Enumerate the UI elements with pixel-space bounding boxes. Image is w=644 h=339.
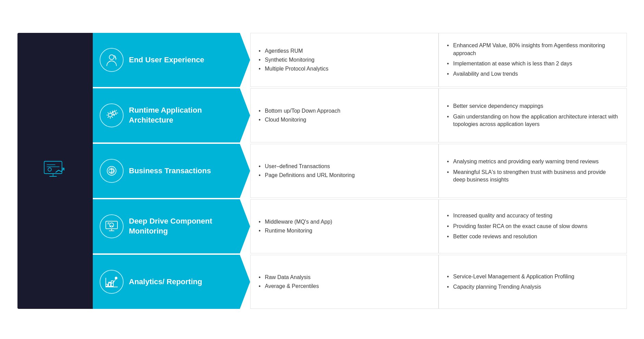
dimension-label-business: Business Transactions <box>129 166 211 176</box>
dimension-icon-analytics <box>100 270 124 294</box>
table-row-deepdrive: Deep Drive Component MonitoringMiddlewar… <box>93 199 627 253</box>
dimension-cell-deepdrive: Deep Drive Component Monitoring <box>93 199 250 253</box>
rows-container: End User ExperienceAgentless RUMSyntheti… <box>93 33 627 309</box>
svg-rect-0 <box>44 161 62 174</box>
focus-item: Synthetic Monitoring <box>259 55 430 64</box>
focus-item: Agentless RUM <box>259 47 430 55</box>
benefits-cell-business: Analysing metrics and providing early wa… <box>439 144 627 198</box>
svg-rect-11 <box>106 221 117 229</box>
benefit-item: Implementation at ease which is less tha… <box>447 59 618 69</box>
dimension-icon-deepdrive <box>100 214 124 238</box>
dimension-label-runtime: Runtime Application Architecture <box>129 105 243 125</box>
svg-point-7 <box>109 113 112 117</box>
focus-cell-analytics: Raw Data AnalysisAverage & Percentiles <box>250 255 439 309</box>
main-icon <box>40 155 71 186</box>
focus-item: Multiple Protocol Analytics <box>259 64 430 73</box>
table-row-business: Business TransactionsUser–defined Transa… <box>93 144 627 198</box>
focus-item: Bottom up/Top Down Approach <box>259 106 430 115</box>
focus-cell-runtime: Bottom up/Top Down ApproachCloud Monitor… <box>250 88 439 142</box>
focus-item: Page Definitions and URL Monitoring <box>259 171 430 180</box>
benefit-item: Analysing metrics and providing early wa… <box>447 156 618 167</box>
focus-item: Cloud Monitoring <box>259 115 430 124</box>
benefit-item: Meaningful SLA's to strengthen trust wit… <box>447 167 618 185</box>
dimension-label-deepdrive: Deep Drive Component Monitoring <box>129 216 243 236</box>
focus-item: Raw Data Analysis <box>259 273 430 282</box>
dimension-label-end-user: End User Experience <box>129 55 204 65</box>
dimension-cell-runtime: Runtime Application Architecture <box>93 88 250 142</box>
benefits-cell-runtime: Better service dependency mappingsGain u… <box>439 88 627 142</box>
dimension-cell-end-user: End User Experience <box>93 33 250 87</box>
table-body: End User ExperienceAgentless RUMSyntheti… <box>17 33 627 309</box>
table-row-end-user: End User ExperienceAgentless RUMSyntheti… <box>93 33 627 87</box>
svg-point-5 <box>48 168 51 171</box>
benefit-item: Gain understanding on how the applicatio… <box>447 112 618 130</box>
focus-cell-business: User–defined TransactionsPage Definition… <box>250 144 439 198</box>
svg-point-8 <box>113 112 116 114</box>
dimension-cell-business: Business Transactions <box>93 144 250 198</box>
main-container: End User ExperienceAgentless RUMSyntheti… <box>17 23 627 316</box>
focus-item: Runtime Monitoring <box>259 226 430 235</box>
benefits-cell-deepdrive: Increased quality and accuracy of testin… <box>439 199 627 253</box>
benefit-item: Availability and Low trends <box>447 69 618 79</box>
benefit-item: Increased quality and accuracy of testin… <box>447 211 618 221</box>
benefit-item: Capacity planning Trending Analysis <box>447 282 618 292</box>
focus-cell-end-user: Agentless RUMSynthetic MonitoringMultipl… <box>250 33 439 87</box>
svg-point-17 <box>115 277 117 279</box>
dimension-icon-business <box>100 159 124 183</box>
benefit-item: Enhanced APM Value, 80% insights from Ag… <box>447 40 618 59</box>
focus-cell-deepdrive: Middleware (MQ's and App)Runtime Monitor… <box>250 199 439 253</box>
benefit-item: Better code reviews and resolution <box>447 231 618 242</box>
dimension-cell-analytics: Analytics/ Reporting <box>93 255 250 309</box>
focus-item: User–defined Transactions <box>259 162 430 171</box>
benefits-cell-end-user: Enhanced APM Value, 80% insights from Ag… <box>439 33 627 87</box>
dimension-icon-end-user <box>100 48 124 72</box>
benefits-cell-analytics: Service-Level Management & Application P… <box>439 255 627 309</box>
focus-item: Middleware (MQ's and App) <box>259 217 430 226</box>
svg-point-6 <box>109 55 114 60</box>
focus-item: Average & Percentiles <box>259 282 430 291</box>
sidebar-icon-area <box>17 33 93 309</box>
svg-rect-20 <box>111 281 113 286</box>
benefit-item: Service-Level Management & Application P… <box>447 272 618 282</box>
benefit-item: Providing faster RCA on the exact cause … <box>447 221 618 231</box>
table-row-runtime: Runtime Application ArchitectureBottom u… <box>93 88 627 142</box>
benefit-item: Better service dependency mappings <box>447 101 618 111</box>
dimension-icon-runtime <box>100 103 124 127</box>
table-row-analytics: Analytics/ ReportingRaw Data AnalysisAve… <box>93 255 627 309</box>
dimension-label-analytics: Analytics/ Reporting <box>129 277 202 287</box>
